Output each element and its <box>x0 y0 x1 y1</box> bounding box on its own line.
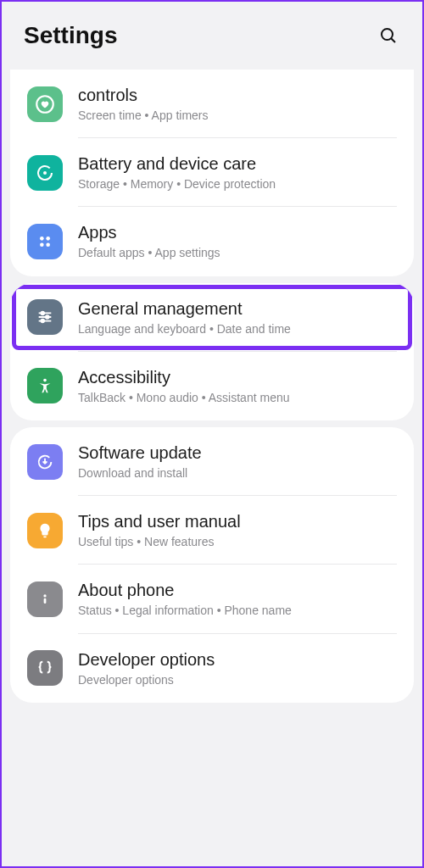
svg-rect-18 <box>44 598 47 604</box>
item-text: Accessibility TalkBack • Mono audio • As… <box>78 367 397 405</box>
svg-point-13 <box>41 320 44 323</box>
svg-rect-15 <box>43 536 47 537</box>
header: Settings <box>2 2 422 64</box>
settings-group: controls Screen time • App timers Batter… <box>10 70 414 276</box>
item-subtitle: Developer options <box>78 672 397 687</box>
info-icon <box>27 581 63 617</box>
settings-item-software-update[interactable]: Software update Download and install <box>10 427 414 496</box>
item-text: Software update Download and install <box>78 442 397 481</box>
svg-point-14 <box>43 379 47 382</box>
item-subtitle: Useful tips • New features <box>78 534 397 549</box>
item-subtitle: Screen time • App timers <box>78 108 397 123</box>
page-title: Settings <box>24 22 117 49</box>
settings-item-tips[interactable]: Tips and user manual Useful tips • New f… <box>10 496 414 565</box>
item-subtitle: Default apps • App settings <box>78 245 397 260</box>
item-text: controls Screen time • App timers <box>78 85 397 123</box>
settings-group: Software update Download and install Tip… <box>10 427 414 703</box>
item-subtitle: Status • Legal information • Phone name <box>78 603 397 618</box>
item-title: controls <box>78 85 397 106</box>
settings-item-controls[interactable]: controls Screen time • App timers <box>10 70 414 138</box>
svg-point-5 <box>46 236 50 241</box>
item-title: About phone <box>78 580 397 601</box>
item-text: Developer options Developer options <box>78 649 397 687</box>
settings-item-battery[interactable]: Battery and device care Storage • Memory… <box>10 138 414 207</box>
settings-group: General management Language and keyboard… <box>10 283 414 420</box>
settings-item-general-management[interactable]: General management Language and keyboard… <box>10 283 414 352</box>
svg-point-0 <box>382 29 393 40</box>
item-title: Software update <box>78 442 397 464</box>
item-text: Battery and device care Storage • Memory… <box>78 153 397 192</box>
person-icon <box>27 368 63 403</box>
svg-point-7 <box>46 242 50 247</box>
search-button[interactable] <box>377 24 400 47</box>
svg-point-17 <box>43 594 46 597</box>
download-circle-icon <box>27 444 63 480</box>
sliders-icon <box>27 299 63 335</box>
refresh-icon <box>27 155 63 191</box>
item-title: General management <box>78 298 397 320</box>
svg-point-6 <box>40 242 44 247</box>
settings-item-apps[interactable]: Apps Default apps • App settings <box>10 207 414 275</box>
grid-icon <box>27 224 63 259</box>
item-subtitle: Language and keyboard • Date and time <box>78 321 397 337</box>
heart-circle-icon <box>27 86 63 122</box>
item-text: General management Language and keyboard… <box>78 298 397 337</box>
item-subtitle: Download and install <box>78 465 397 481</box>
item-title: Developer options <box>78 649 397 670</box>
item-title: Battery and device care <box>78 153 397 175</box>
settings-item-about-phone[interactable]: About phone Status • Legal information •… <box>10 565 414 633</box>
item-title: Apps <box>78 222 397 243</box>
settings-item-developer-options[interactable]: Developer options Developer options <box>10 634 414 703</box>
item-text: About phone Status • Legal information •… <box>78 580 397 618</box>
svg-point-9 <box>41 312 44 315</box>
search-icon <box>378 25 399 46</box>
item-title: Accessibility <box>78 367 397 388</box>
svg-point-4 <box>40 236 44 241</box>
svg-point-11 <box>46 315 49 319</box>
svg-point-3 <box>43 171 47 175</box>
item-title: Tips and user manual <box>78 511 397 532</box>
bulb-icon <box>27 513 63 548</box>
item-text: Apps Default apps • App settings <box>78 222 397 260</box>
svg-line-1 <box>391 38 395 42</box>
braces-icon <box>27 650 63 686</box>
item-subtitle: Storage • Memory • Device protection <box>78 176 397 192</box>
settings-item-accessibility[interactable]: Accessibility TalkBack • Mono audio • As… <box>10 352 414 420</box>
item-text: Tips and user manual Useful tips • New f… <box>78 511 397 549</box>
item-subtitle: TalkBack • Mono audio • Assistant menu <box>78 390 397 405</box>
